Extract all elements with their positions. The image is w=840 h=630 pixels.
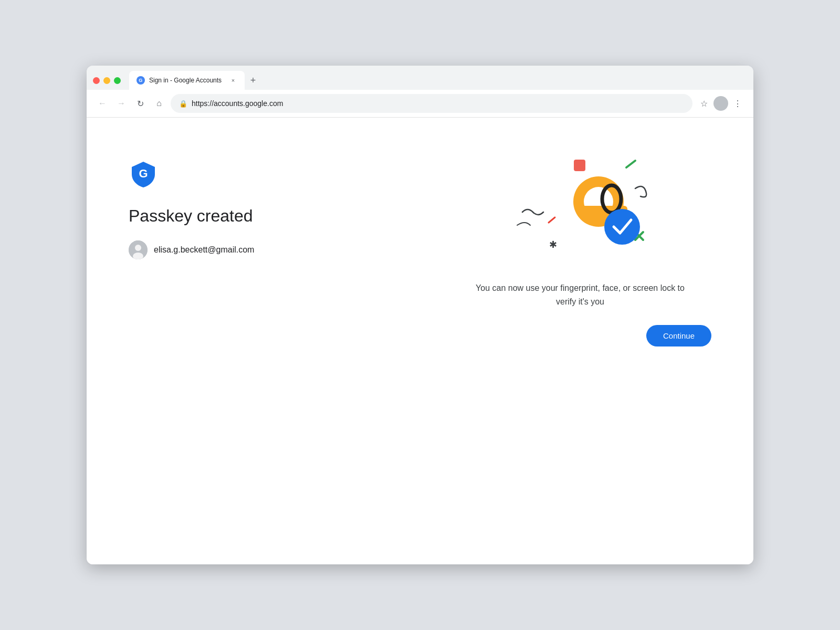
minimize-window-button[interactable] [103,77,110,84]
reload-button[interactable]: ↻ [133,96,148,111]
page-heading: Passkey created [129,206,449,226]
svg-point-4 [135,245,141,251]
active-tab[interactable]: G Sign in - Google Accounts × [129,71,245,90]
continue-button[interactable]: Continue [646,325,711,346]
back-button[interactable]: ← [95,96,110,111]
url-text: https://accounts.google.com [192,99,684,108]
avatar-image [129,240,148,259]
svg-text:G: G [139,78,142,83]
home-icon: ⌂ [156,99,162,108]
url-bar[interactable]: 🔒 https://accounts.google.com [171,94,692,113]
toolbar-right: ☆ ⋮ [697,96,745,111]
svg-point-18 [604,209,640,245]
new-tab-button[interactable]: + [246,73,260,88]
close-window-button[interactable] [93,77,100,84]
star-icon: ☆ [700,99,708,109]
page-content: G Passkey created elisa.g.beckett@gmail.… [87,118,753,564]
svg-rect-6 [574,160,585,171]
passkey-illustration: ✱ [496,149,664,265]
description-text: You can now use your fingerprint, face, … [475,281,685,308]
tabs-row: G Sign in - Google Accounts × + [129,71,747,90]
reload-icon: ↻ [137,99,144,109]
lock-icon: 🔒 [179,100,187,108]
google-shield-logo: G [129,160,158,189]
svg-line-7 [626,161,635,167]
user-email: elisa.g.beckett@gmail.com [154,245,254,255]
user-avatar [129,240,148,259]
forward-button[interactable]: → [114,96,129,111]
home-button[interactable]: ⌂ [152,96,166,111]
svg-text:G: G [139,167,148,180]
svg-text:✱: ✱ [549,239,557,250]
user-row: elisa.g.beckett@gmail.com [129,240,449,259]
profile-avatar[interactable] [713,96,728,111]
browser-window: G Sign in - Google Accounts × + ← → ↻ ⌂ … [87,66,753,564]
title-bar: G Sign in - Google Accounts × + [87,66,753,90]
forward-icon: → [117,99,125,108]
bookmark-button[interactable]: ☆ [697,96,711,111]
menu-button[interactable]: ⋮ [730,96,745,111]
tab-close-button[interactable]: × [229,76,237,85]
right-panel: ✱ [449,149,711,533]
maximize-window-button[interactable] [114,77,121,84]
menu-icon: ⋮ [733,99,742,109]
tab-favicon-icon: G [136,76,145,85]
address-bar: ← → ↻ ⌂ 🔒 https://accounts.google.com ☆ … [87,90,753,118]
back-icon: ← [98,99,107,108]
svg-line-8 [549,217,555,223]
traffic-lights [93,77,121,84]
key-illustration: ✱ [496,149,664,265]
tab-title: Sign in - Google Accounts [149,77,225,84]
left-panel: G Passkey created elisa.g.beckett@gmail.… [129,149,449,533]
